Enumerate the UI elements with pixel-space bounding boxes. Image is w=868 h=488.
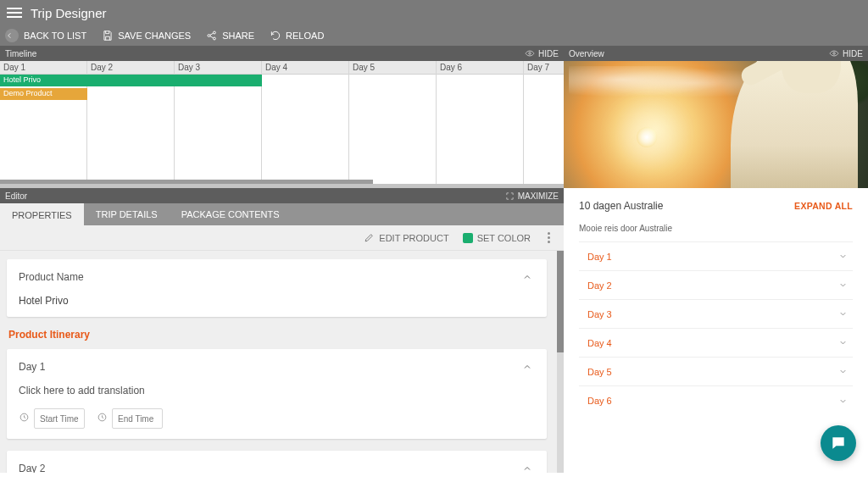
share-label: SHARE xyxy=(222,30,254,41)
menu-icon[interactable] xyxy=(7,8,22,18)
product-name-label: Product Name xyxy=(19,271,84,283)
set-color-button[interactable]: SET COLOR xyxy=(463,233,531,243)
overview-day-item[interactable]: Day 4 xyxy=(579,329,853,358)
clock-icon xyxy=(97,411,108,426)
chevron-down-icon xyxy=(838,367,848,376)
share-button[interactable]: SHARE xyxy=(206,30,254,42)
timeline-day-column[interactable]: Day 1 Hotel Privo Demo Product xyxy=(0,61,87,184)
timeline-item-hotel[interactable]: Hotel Privo xyxy=(0,75,262,86)
overview-day-item[interactable]: Day 5 xyxy=(579,358,853,386)
overview-day-label: Day 4 xyxy=(587,338,612,348)
back-to-list-button[interactable]: BACK TO LIST xyxy=(5,29,86,42)
save-icon xyxy=(102,30,114,42)
pencil-icon xyxy=(364,232,375,243)
eye-icon xyxy=(829,48,839,58)
itinerary-day2-label: Day 2 xyxy=(19,463,45,473)
overview-hero-image xyxy=(564,61,868,188)
expand-all-button[interactable]: EXPAND ALL xyxy=(794,201,853,211)
chevron-up-icon xyxy=(522,463,532,473)
editor-vertical-scrollbar[interactable] xyxy=(557,251,564,473)
timeline-day-column[interactable]: Day 7 xyxy=(524,61,564,184)
back-label: BACK TO LIST xyxy=(24,30,86,41)
product-itinerary-heading: Product Itinerary xyxy=(8,329,557,341)
reload-label: RELOAD xyxy=(286,30,324,41)
overview-day-label: Day 2 xyxy=(587,280,612,291)
timeline-day-column[interactable]: Day 6 xyxy=(437,61,524,184)
trip-overview-title: 10 dagen Australie xyxy=(579,200,663,212)
timeline-day-column[interactable]: Day 4 xyxy=(262,61,349,184)
edit-product-button[interactable]: EDIT PRODUCT xyxy=(364,232,448,243)
editor-maximize-button[interactable]: MAXIMIZE xyxy=(505,191,559,201)
product-name-value[interactable]: Hotel Privo xyxy=(19,295,535,307)
chevron-down-icon xyxy=(838,252,848,261)
svg-point-3 xyxy=(529,53,531,55)
itinerary-day1-label: Day 1 xyxy=(19,361,45,373)
hide-label: HIDE xyxy=(843,49,863,58)
timeline-day-header: Day 5 xyxy=(349,61,436,75)
collapse-button[interactable] xyxy=(520,359,535,374)
collapse-button[interactable] xyxy=(520,461,535,473)
more-menu-button[interactable] xyxy=(544,232,554,243)
maximize-icon xyxy=(505,191,515,201)
tab-properties[interactable]: PROPERTIES xyxy=(0,203,84,225)
arrow-left-icon xyxy=(5,29,19,42)
timeline-day-header: Day 1 xyxy=(0,61,86,75)
save-changes-button[interactable]: SAVE CHANGES xyxy=(102,30,191,42)
timeline-day-header: Day 6 xyxy=(437,61,523,75)
overview-day-label: Day 6 xyxy=(587,396,612,406)
eye-icon xyxy=(525,48,535,58)
set-color-label: SET COLOR xyxy=(477,233,531,243)
edit-product-label: EDIT PRODUCT xyxy=(379,233,448,243)
overview-title: Overview xyxy=(569,49,604,58)
timeline-day-column[interactable]: Day 5 xyxy=(349,61,437,184)
timeline-item-demo[interactable]: Demo Product xyxy=(0,88,87,100)
tab-trip-details[interactable]: TRIP DETAILS xyxy=(84,203,170,225)
overview-day-item[interactable]: Day 1 xyxy=(579,242,853,271)
chevron-down-icon xyxy=(838,280,848,290)
overview-day-item[interactable]: Day 3 xyxy=(579,300,853,329)
tab-package-contents[interactable]: PACKAGE CONTENTS xyxy=(170,203,292,225)
hide-label: HIDE xyxy=(538,49,559,58)
reload-button[interactable]: RELOAD xyxy=(270,30,324,42)
overview-day-item[interactable]: Day 6 xyxy=(579,386,853,415)
timeline-day-header: Day 7 xyxy=(524,61,564,75)
chevron-down-icon xyxy=(838,338,848,347)
timeline-horizontal-scrollbar[interactable] xyxy=(0,180,373,184)
chevron-down-icon xyxy=(838,396,848,406)
overview-day-label: Day 5 xyxy=(587,367,612,377)
timeline-hide-button[interactable]: HIDE xyxy=(525,48,559,58)
start-time-input[interactable] xyxy=(34,408,85,429)
maximize-label: MAXIMIZE xyxy=(518,191,559,201)
timeline-day-header: Day 2 xyxy=(87,61,174,75)
overview-day-item[interactable]: Day 2 xyxy=(579,271,853,300)
overview-hide-button[interactable]: HIDE xyxy=(829,48,863,58)
save-label: SAVE CHANGES xyxy=(118,30,191,41)
editor-title: Editor xyxy=(5,191,27,201)
collapse-button[interactable] xyxy=(520,269,535,285)
chevron-up-icon xyxy=(522,362,532,372)
color-swatch-icon xyxy=(463,233,473,243)
overview-day-label: Day 1 xyxy=(587,252,612,262)
chevron-up-icon xyxy=(522,272,532,282)
timeline-title: Timeline xyxy=(5,49,36,58)
reload-icon xyxy=(270,30,281,42)
end-time-input[interactable] xyxy=(112,408,163,429)
trip-overview-subtitle: Mooie reis door Australie xyxy=(579,224,853,233)
translation-placeholder[interactable]: Click here to add translation xyxy=(19,385,535,396)
share-icon xyxy=(206,30,218,42)
clock-icon xyxy=(19,411,30,426)
timeline-day-header: Day 3 xyxy=(175,61,261,75)
timeline-day-header: Day 4 xyxy=(262,61,348,75)
overview-day-label: Day 3 xyxy=(587,309,612,319)
chat-support-button[interactable] xyxy=(821,425,856,461)
app-title: Trip Designer xyxy=(31,6,106,20)
chevron-down-icon xyxy=(838,309,848,319)
svg-point-4 xyxy=(833,53,836,55)
chat-icon xyxy=(830,435,847,452)
